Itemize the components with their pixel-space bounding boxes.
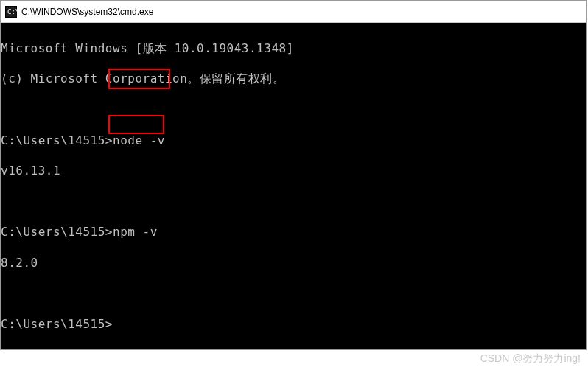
copyright-line: (c) Microsoft Corporation。保留所有权利。: [1, 71, 586, 87]
command-text: npm -v: [113, 225, 158, 239]
watermark-text: CSDN @努力努力ing!: [480, 352, 581, 366]
blank-line: [1, 287, 586, 302]
highlight-box-2: [108, 115, 164, 134]
terminal-area[interactable]: Microsoft Windows [版本 10.0.19043.1348] (…: [1, 23, 586, 349]
svg-text:C:\: C:\: [7, 8, 17, 15]
prompt-path: C:\Users\14515>: [1, 133, 113, 147]
output-line-2: 8.2.0: [1, 256, 586, 271]
blank-line: [1, 195, 586, 210]
cmd-window: C:\ C:\WINDOWS\system32\cmd.exe Microsof…: [0, 0, 587, 350]
cmd-icon: C:\: [5, 6, 17, 18]
prompt-line-3: C:\Users\14515>: [1, 317, 586, 332]
prompt-path: C:\Users\14515>: [1, 317, 113, 331]
blank-line: [1, 102, 586, 118]
command-text: node -v: [113, 133, 165, 147]
version-line: Microsoft Windows [版本 10.0.19043.1348]: [1, 41, 586, 57]
window-title: C:\WINDOWS\system32\cmd.exe: [21, 7, 153, 17]
prompt-path: C:\Users\14515>: [1, 225, 113, 239]
prompt-line-1: C:\Users\14515>node -v: [1, 133, 586, 149]
prompt-line-2: C:\Users\14515>npm -v: [1, 225, 586, 240]
titlebar[interactable]: C:\ C:\WINDOWS\system32\cmd.exe: [1, 1, 586, 23]
output-line-1: v16.13.1: [1, 164, 586, 179]
